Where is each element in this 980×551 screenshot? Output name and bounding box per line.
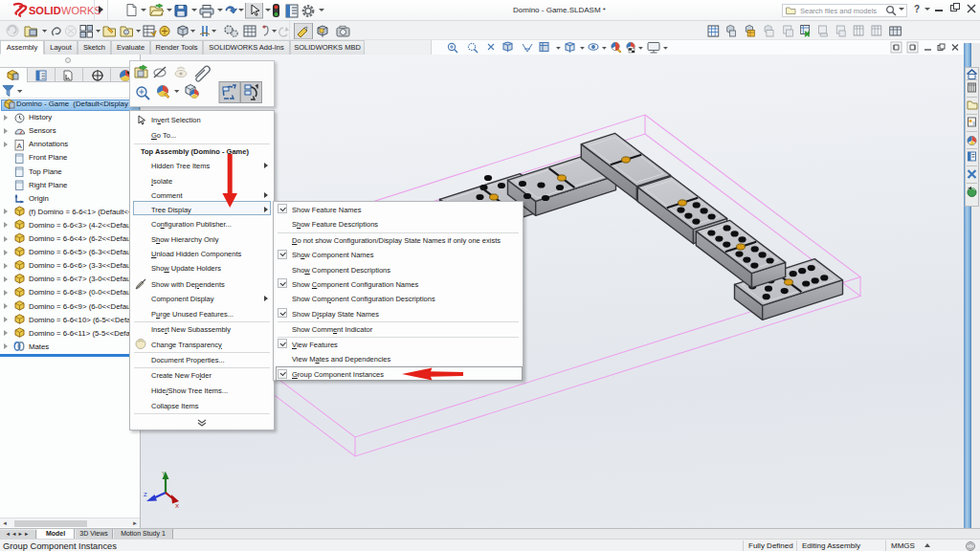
svg-text:SOLID: SOLID	[29, 5, 61, 16]
svg-text:A: A	[17, 142, 23, 150]
svg-text:Z: Z	[144, 492, 147, 497]
svg-text:X: X	[175, 503, 179, 509]
svg-text:WORKS: WORKS	[61, 5, 101, 16]
svg-text:Y: Y	[162, 471, 166, 476]
